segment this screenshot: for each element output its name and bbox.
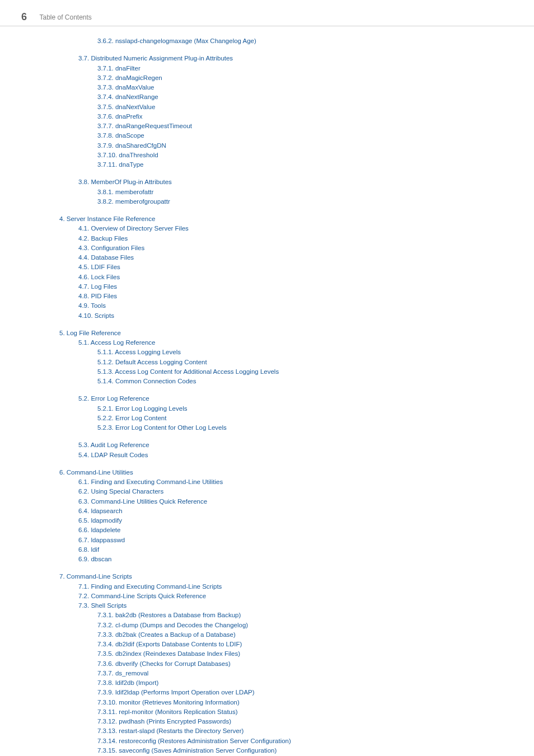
toc-link[interactable]: 3.7.2. dnaMagicRegen [97, 74, 162, 81]
toc-link[interactable]: 3.7.6. dnaPrefix [97, 113, 143, 120]
toc-link[interactable]: 6.1. Finding and Executing Command-Line … [78, 478, 223, 485]
toc-link[interactable]: 7.3.12. pwdhash (Prints Encrypted Passwo… [97, 718, 231, 725]
toc-link[interactable]: 4.5. LDIF Files [78, 264, 120, 270]
toc-link[interactable]: 7.3.3. db2bak (Creates a Backup of a Dat… [97, 631, 236, 638]
toc-link[interactable]: 5.1.4. Common Connection Codes [97, 378, 196, 384]
toc-entry: 3.8.2. memberofgroupattr [97, 197, 513, 206]
toc-link[interactable]: 3.7.10. dnaThreshold [97, 152, 158, 158]
toc-entry: 7.3.6. dbverify (Checks for Corrupt Data… [97, 659, 513, 669]
toc-link[interactable]: 6.4. ldapsearch [78, 508, 123, 514]
toc-entry: 6.9. dbscan [78, 555, 513, 564]
toc-entry: 4.10. Scripts [78, 311, 513, 321]
toc-entry: 5.1. Access Log Reference [78, 338, 513, 348]
toc-link[interactable]: 4. Server Instance File Reference [59, 215, 155, 222]
toc-link[interactable]: 4.6. Lock Files [78, 274, 120, 280]
toc-entry: 4.2. Backup Files [78, 234, 513, 243]
toc-entry: 7.2. Command-Line Scripts Quick Referenc… [78, 591, 513, 601]
toc-link[interactable]: 3.7.8. dnaScope [97, 132, 144, 139]
toc-entry: 4.7. Log Files [78, 282, 513, 292]
toc-entry: 4.5. LDIF Files [78, 262, 513, 272]
toc-link[interactable]: 3.7.11. dnaType [97, 161, 143, 168]
toc-link[interactable]: 7.3.13. restart-slapd (Restarts the Dire… [97, 727, 243, 734]
toc-entry: 4.9. Tools [78, 301, 513, 311]
toc-entry: 5.1.3. Access Log Content for Additional… [97, 367, 513, 377]
toc-entry: 6.8. ldif [78, 545, 513, 555]
toc-link[interactable]: 6.7. ldappasswd [78, 537, 125, 543]
toc-link[interactable]: 5.4. LDAP Result Codes [78, 452, 148, 458]
toc-link[interactable]: 6.3. Command-Line Utilities Quick Refere… [78, 498, 207, 505]
toc-link[interactable]: 3.7.5. dnaNextValue [97, 104, 155, 110]
toc-link[interactable]: 7.3.6. dbverify (Checks for Corrupt Data… [97, 660, 231, 667]
toc-link[interactable]: 7.1. Finding and Executing Command-Line … [78, 583, 222, 590]
toc-entry: 7.3.2. cl-dump (Dumps and Decodes the Ch… [97, 621, 513, 630]
toc-entry: 7.3.15. saveconfig (Saves Administration… [97, 746, 513, 755]
toc-link[interactable]: 7.3.1. bak2db (Restores a Database from … [97, 612, 241, 618]
toc-link[interactable]: 7.3.2. cl-dump (Dumps and Decodes the Ch… [97, 622, 248, 628]
toc-link[interactable]: 7.3.10. monitor (Retrieves Monitoring In… [97, 699, 240, 706]
toc-entry: 3.7.1. dnaFilter [97, 64, 513, 73]
toc-entry: 3.7.2. dnaMagicRegen [97, 73, 513, 83]
toc-link[interactable]: 3.7.1. dnaFilter [97, 65, 140, 72]
toc-link[interactable]: 5.1.3. Access Log Content for Additional… [97, 368, 279, 375]
toc-link[interactable]: 4.3. Configuration Files [78, 245, 144, 251]
toc-link[interactable]: 3.7. Distributed Numeric Assignment Plug… [78, 55, 233, 62]
toc-link[interactable]: 6.8. ldif [78, 546, 99, 553]
toc-link[interactable]: 5.1.1. Access Logging Levels [97, 349, 181, 355]
toc-link[interactable]: 6. Command-Line Utilities [59, 469, 133, 476]
toc-link[interactable]: 7.3.9. ldif2ldap (Performs Import Operat… [97, 689, 255, 696]
toc-link[interactable]: 7.3. Shell Scripts [78, 602, 127, 609]
toc-link[interactable]: 3.6.2. nsslapd-changelogmaxage (Max Chan… [97, 37, 256, 44]
toc-link[interactable]: 4.1. Overview of Directory Server Files [78, 225, 189, 232]
toc-entry: 4.1. Overview of Directory Server Files [78, 224, 513, 233]
toc-entry: 3.7.9. dnaSharedCfgDN [97, 141, 513, 151]
toc-link[interactable]: 4.10. Scripts [78, 312, 114, 319]
toc-link[interactable]: 7.2. Command-Line Scripts Quick Referenc… [78, 593, 206, 599]
toc-link[interactable]: 4.8. PID Files [78, 293, 117, 299]
page-header: 6 Table of Contents [0, 0, 534, 26]
toc-entry: 7.3. Shell Scripts [78, 601, 513, 611]
toc-link[interactable]: 7.3.5. db2index (Reindexes Database Inde… [97, 650, 240, 657]
toc-link[interactable]: 7.3.14. restoreconfig (Restores Administ… [97, 738, 291, 744]
toc-entry: 5.1.2. Default Access Logging Content [97, 358, 513, 367]
toc-entry: 7.3.8. ldif2db (Import) [97, 678, 513, 688]
toc-link[interactable]: 7.3.11. repl-monitor (Monitors Replicati… [97, 708, 238, 715]
toc-link[interactable]: 3.8.2. memberofgroupattr [97, 198, 170, 205]
toc-link[interactable]: 4.4. Database Files [78, 254, 134, 261]
toc-link[interactable]: 5.2. Error Log Reference [78, 395, 149, 402]
toc-link[interactable]: 3.7.4. dnaNextRange [97, 93, 158, 100]
toc-link[interactable]: 3.8.1. memberofattr [97, 189, 153, 195]
toc-entry: 6.6. ldapdelete [78, 525, 513, 535]
toc-link[interactable]: 5.1.2. Default Access Logging Content [97, 359, 207, 365]
toc-link[interactable]: 6.6. ldapdelete [78, 527, 120, 533]
toc-link[interactable]: 7.3.4. db2ldif (Exports Database Content… [97, 641, 242, 647]
toc-entry: 7.3.7. ds_removal [97, 669, 513, 678]
toc-link[interactable]: 3.7.9. dnaSharedCfgDN [97, 142, 166, 149]
toc-link[interactable]: 5.2.2. Error Log Content [97, 415, 166, 421]
toc-link[interactable]: 7.3.7. ds_removal [97, 670, 148, 677]
toc-link[interactable]: 6.5. ldapmodify [78, 517, 122, 524]
toc-entry: 7.3.9. ldif2ldap (Performs Import Operat… [97, 688, 513, 697]
toc-link[interactable]: 4.7. Log Files [78, 283, 117, 290]
toc-entry: 6.1. Finding and Executing Command-Line … [78, 477, 513, 487]
toc-link[interactable]: 3.7.7. dnaRangeRequestTimeout [97, 123, 192, 129]
toc-entry: 7.1. Finding and Executing Command-Line … [78, 582, 513, 591]
toc-link[interactable]: 7.3.8. ldif2db (Import) [97, 679, 158, 686]
toc-entry: 5.1.1. Access Logging Levels [97, 348, 513, 357]
toc-link[interactable]: 5.3. Audit Log Reference [78, 442, 149, 448]
toc-link[interactable]: 5.1. Access Log Reference [78, 339, 155, 346]
toc-link[interactable]: 3.7.3. dnaMaxValue [97, 84, 154, 91]
toc-link[interactable]: 5.2.3. Error Log Content for Other Log L… [97, 424, 227, 431]
toc-entry: 7.3.10. monitor (Retrieves Monitoring In… [97, 698, 513, 707]
toc-entry: 7.3.4. db2ldif (Exports Database Content… [97, 640, 513, 649]
toc-entry: 3.7.7. dnaRangeRequestTimeout [97, 121, 513, 131]
toc-link[interactable]: 5.2.1. Error Log Logging Levels [97, 405, 187, 412]
toc-link[interactable]: 6.9. dbscan [78, 556, 111, 562]
toc-link[interactable]: 6.2. Using Special Characters [78, 488, 163, 495]
toc-entry: 6.2. Using Special Characters [78, 487, 513, 496]
toc-link[interactable]: 4.2. Backup Files [78, 235, 128, 242]
toc-link[interactable]: 5. Log File Reference [59, 330, 121, 336]
toc-link[interactable]: 3.8. MemberOf Plug-in Attributes [78, 179, 172, 185]
toc-link[interactable]: 7. Command-Line Scripts [59, 573, 132, 580]
toc-link[interactable]: 4.9. Tools [78, 302, 106, 309]
toc-link[interactable]: 7.3.15. saveconfig (Saves Administration… [97, 747, 277, 754]
